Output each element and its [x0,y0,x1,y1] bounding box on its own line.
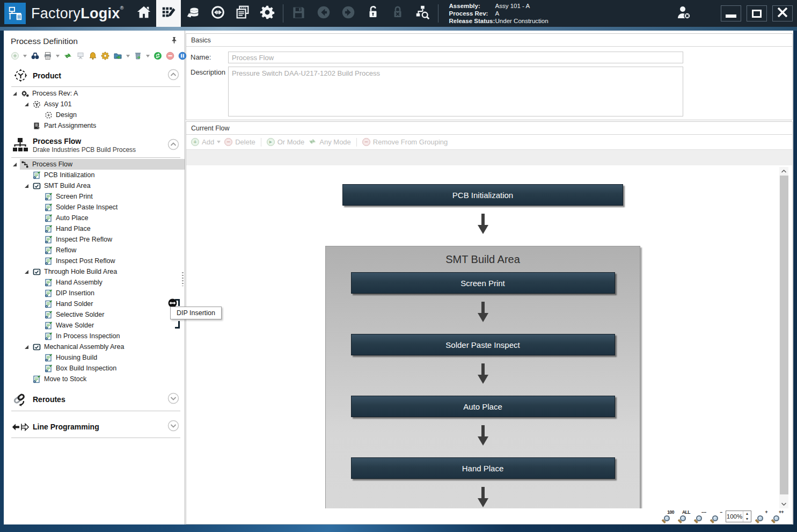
tree-item-dip-insertion[interactable]: DIP Insertion [4,288,185,298]
lock-x-button[interactable] [385,0,410,27]
splitter-grip[interactable] [182,272,184,286]
flow-node-pcb-initialization[interactable]: PCB Initialization [342,184,623,206]
remove-button[interactable] [166,52,174,61]
print-button[interactable] [43,52,52,61]
reroutes-section-header[interactable]: Reroutes [4,385,185,410]
tree-item-inspect-pre-reflow[interactable]: Inspect Pre Reflow [4,234,185,245]
tree-item-pcb-initialization[interactable]: PCB Initialization [4,170,185,180]
expand-down-icon[interactable] [167,392,179,406]
presentation-button[interactable] [76,52,85,61]
tree-item-housing-build[interactable]: Housing Build [4,352,185,363]
tree-item-reflow[interactable]: Reflow [4,245,185,256]
spinner-up-icon[interactable]: ▲ [743,511,751,516]
tree-item-through-hole-build-area[interactable]: Through Hole Build Area [4,266,185,277]
process-flow-section-header[interactable]: Process Flow Drake Industries PCB Build … [4,132,185,157]
tree-item-design[interactable]: Design [4,110,185,120]
settings-button[interactable] [255,0,280,27]
spinner-arrows[interactable]: ▲▼ [743,511,751,522]
flow-node-solder-paste-inspect[interactable]: Solder Paste Inspect [351,334,615,355]
expand-down-icon[interactable] [167,420,179,434]
expander-icon[interactable] [12,162,20,167]
tree-item-solder-paste-inspect[interactable]: Solder Paste Inspect [4,202,185,213]
collapse-up-icon[interactable] [167,69,179,83]
flow-node-auto-place[interactable]: Auto Place [351,396,615,417]
refresh-button[interactable] [153,52,162,61]
tree-item-hand-place[interactable]: Hand Place [4,223,185,234]
name-input[interactable] [228,52,683,63]
minimize-button[interactable] [721,5,741,21]
collapse-up-icon[interactable] [167,139,179,152]
tree-item-mechanical-assembly-area[interactable]: Mechanical Assembly Area [4,341,185,352]
close-button[interactable] [772,5,793,21]
scrollbar-thumb[interactable] [780,176,788,494]
export-folder-button[interactable] [113,52,122,61]
expander-icon[interactable] [24,345,32,349]
find-button[interactable] [31,52,40,61]
any-mode-button[interactable]: Any Mode [308,137,351,147]
logistics-button[interactable] [181,0,206,27]
flow-canvas[interactable]: PCB InitializationSMT Build AreaScreen P… [186,165,792,508]
tree-item-screen-print[interactable]: Screen Print [4,191,185,202]
add-button[interactable] [11,52,19,61]
scroll-up-button[interactable] [779,167,788,176]
delete-node-button[interactable]: − Delete [224,138,255,146]
or-mode-button[interactable]: ▸ Or Mode [267,138,305,146]
process-definition-button[interactable] [156,0,181,27]
back-button[interactable] [311,0,336,27]
pin-icon[interactable] [170,36,178,47]
remove-from-grouping-button[interactable]: − Remove From Grouping [362,138,448,146]
logout-user-button[interactable] [671,0,696,27]
tree-item-in-process-inspection[interactable]: In Process Inspection [4,331,185,341]
tree-item-part-assignments[interactable]: Part Assignments [4,120,185,131]
maximize-button[interactable] [747,5,767,21]
tree-item-assy-101[interactable]: Assy 101 [4,99,185,110]
zoom-in-button[interactable]: + [755,510,767,523]
zoom-out-more-button[interactable]: −− [693,510,706,523]
expander-icon[interactable] [24,269,32,274]
tree-item-process-rev-a[interactable]: Process Rev: A [4,88,185,99]
expander-icon[interactable] [12,91,20,96]
tree-item-inspect-post-reflow[interactable]: Inspect Post Reflow [4,256,185,266]
product-section-header[interactable]: Product [4,63,185,86]
expander-icon[interactable] [24,102,32,107]
add-dropdown-icon[interactable] [23,55,27,57]
flow-node-hand-place[interactable]: Hand Place [351,457,615,479]
sync-button[interactable] [206,0,230,27]
flow-node-screen-print[interactable]: Screen Print [351,272,615,294]
tree-item-wave-solder[interactable]: Wave Solder [4,320,185,331]
tree-item-hand-solder[interactable]: Hand Solder [4,298,185,309]
pause-button[interactable] [178,52,187,61]
export-dropdown-icon[interactable] [126,55,130,57]
alarm-bell-button[interactable] [89,52,97,61]
tree-item-move-to-stock[interactable]: Move to Stock [4,374,185,384]
unlock-button[interactable] [361,0,385,27]
zoom-level-spinner[interactable]: 100% ▲▼ [726,511,751,522]
config-gear-button[interactable] [101,52,109,61]
tree-item-selective-solder[interactable]: Selective Solder [4,309,185,320]
add-dropdown-icon[interactable] [217,141,221,143]
any-mode-button[interactable] [63,52,72,61]
tree-item-auto-place[interactable]: Auto Place [4,213,185,223]
zoom-all-button[interactable]: ALL [677,510,690,523]
print-dropdown-icon[interactable] [56,55,60,57]
scroll-down-button[interactable] [779,500,788,508]
spinner-down-icon[interactable]: ▼ [743,516,751,522]
tree-item-box-build-inspection[interactable]: Box Build Inspection [4,363,185,374]
vertical-scrollbar[interactable] [779,167,788,508]
zoom-100-button[interactable]: 100 [661,510,674,523]
save-button[interactable] [287,0,311,27]
line-programming-section-header[interactable]: Line Programming [4,411,185,437]
forward-button[interactable] [336,0,361,27]
tree-item-process-flow[interactable]: Process Flow [4,159,185,170]
reports-button[interactable] [230,0,255,27]
add-node-button[interactable]: + Add [191,138,221,146]
description-input[interactable]: Pressure Switch DAA-U217-1202 Build Proc… [228,67,683,116]
flow-group-smt-build-area[interactable]: SMT Build AreaScreen PrintSolder Paste I… [325,246,640,508]
expander-icon[interactable] [24,184,32,188]
zoom-in-more-button[interactable]: ++ [771,510,784,523]
home-button[interactable] [131,0,156,27]
tree-item-smt-build-area[interactable]: SMT Build Area [4,180,185,191]
delete-trash-button[interactable] [134,52,142,61]
zoom-out-button[interactable]: − [710,510,722,523]
tree-item-hand-assembly[interactable]: Hand Assembly [4,277,185,288]
